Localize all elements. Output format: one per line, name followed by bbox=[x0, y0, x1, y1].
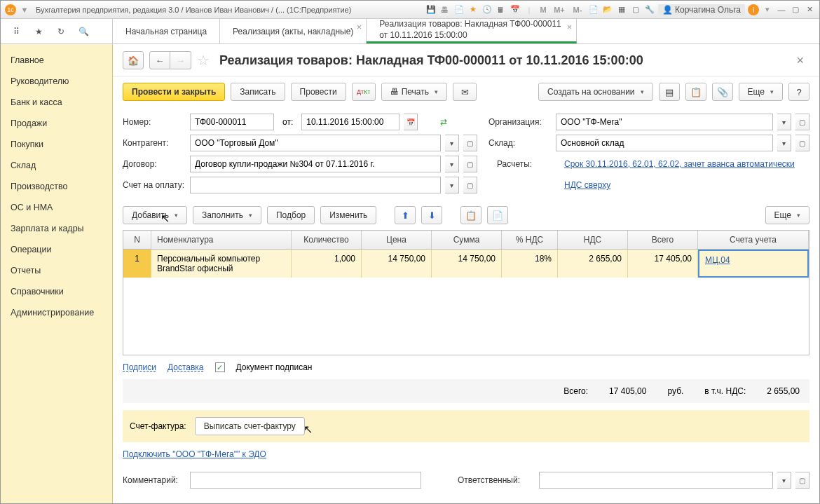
col-acc[interactable]: Счета учета bbox=[698, 231, 809, 249]
fill-button[interactable]: Заполнить bbox=[193, 206, 261, 224]
create-based-button[interactable]: Создать на основании bbox=[538, 83, 653, 101]
signed-checkbox[interactable]: ✓ bbox=[215, 362, 225, 372]
sidebar-item-salary[interactable]: Зарплата и кадры bbox=[1, 218, 112, 239]
col-nom[interactable]: Номенклатура bbox=[151, 231, 292, 249]
tab-home[interactable]: Начальная страница bbox=[113, 19, 220, 43]
col-sum[interactable]: Сумма bbox=[432, 231, 502, 249]
col-vat[interactable]: % НДС bbox=[502, 231, 558, 249]
m-plus-btn[interactable]: M+ bbox=[552, 4, 567, 15]
edo-link[interactable]: Подключить "ООО "ТФ-Мега"" к ЭДО bbox=[123, 449, 266, 459]
sidebar-item-assets[interactable]: ОС и НМА bbox=[1, 197, 112, 218]
close-icon[interactable]: × bbox=[567, 22, 573, 32]
favorite-icon[interactable]: ★ bbox=[32, 25, 46, 39]
tab-document[interactable]: Реализация товаров: Накладная ТФ00-00001… bbox=[367, 19, 577, 43]
col-vatamt[interactable]: НДС bbox=[558, 231, 628, 249]
col-total[interactable]: Всего bbox=[628, 231, 698, 249]
sidebar-item-production[interactable]: Производство bbox=[1, 176, 112, 197]
star-icon[interactable]: ☆ bbox=[197, 52, 210, 69]
cell-total[interactable]: 17 405,00 bbox=[628, 250, 698, 278]
invoice-order-input[interactable] bbox=[190, 177, 441, 193]
write-invoice-button[interactable]: Выписать счет-фактуру bbox=[195, 417, 305, 435]
save-button[interactable]: Записать bbox=[231, 83, 285, 101]
sidebar-item-admin[interactable]: Администрирование bbox=[1, 302, 112, 323]
sidebar-item-purchases[interactable]: Покупки bbox=[1, 134, 112, 155]
action2-button[interactable]: 📋 bbox=[685, 83, 706, 101]
open-icon[interactable]: ▢ bbox=[463, 156, 477, 172]
open-icon[interactable]: ▢ bbox=[795, 472, 809, 489]
calc-link[interactable]: Срок 30.11.2016, 62.01, 62.02, зачет ава… bbox=[564, 159, 809, 169]
table-row[interactable]: 1 Персональный компьютер BrandStar офисн… bbox=[123, 250, 809, 278]
signatures-link[interactable]: Подписи bbox=[123, 362, 156, 372]
tb-star-icon[interactable]: ★ bbox=[467, 4, 479, 15]
apps-icon[interactable]: ⠿ bbox=[9, 25, 23, 39]
close-window-icon[interactable]: ✕ bbox=[804, 4, 815, 15]
cell-sum[interactable]: 14 750,00 bbox=[432, 250, 502, 278]
user-badge[interactable]: 👤 Корчагина Ольга bbox=[658, 4, 745, 15]
minimize-icon[interactable]: — bbox=[776, 4, 787, 15]
open-icon[interactable]: ▢ bbox=[463, 177, 477, 193]
resp-input[interactable] bbox=[539, 472, 773, 489]
tb-tool-icon[interactable]: 🔧 bbox=[644, 4, 655, 15]
wh-input[interactable] bbox=[556, 135, 773, 151]
delivery-link[interactable]: Доставка bbox=[168, 362, 204, 372]
sidebar-item-main[interactable]: Главное bbox=[1, 50, 112, 71]
col-price[interactable]: Цена bbox=[362, 231, 432, 249]
mail-button[interactable]: ✉ bbox=[453, 83, 477, 101]
select-button[interactable]: Подбор bbox=[267, 206, 315, 224]
sidebar-item-refs[interactable]: Справочники bbox=[1, 281, 112, 302]
cell-vatamt[interactable]: 2 655,00 bbox=[558, 250, 628, 278]
tb-clock-icon[interactable]: 🕓 bbox=[481, 4, 493, 15]
contract-input[interactable] bbox=[190, 156, 441, 172]
org-input[interactable] bbox=[556, 114, 773, 130]
cell-vat[interactable]: 18% bbox=[502, 250, 558, 278]
print-button[interactable]: 🖶Печать bbox=[381, 83, 447, 101]
add-button[interactable]: Добавить bbox=[123, 206, 187, 224]
comment-input[interactable] bbox=[190, 472, 421, 489]
date-input[interactable] bbox=[301, 114, 399, 130]
m-minus-btn[interactable]: M- bbox=[570, 4, 585, 15]
back-button[interactable]: ← bbox=[149, 51, 170, 69]
history-icon[interactable]: ↻ bbox=[54, 25, 68, 39]
sidebar-item-operations[interactable]: Операции bbox=[1, 239, 112, 260]
open-icon[interactable]: ▢ bbox=[795, 114, 809, 130]
post-button[interactable]: Провести bbox=[291, 83, 346, 101]
dktkt-button[interactable]: ДтКт bbox=[352, 83, 376, 101]
col-n[interactable]: N bbox=[123, 231, 151, 249]
copy-button[interactable]: 📋 bbox=[460, 206, 481, 224]
search-icon[interactable]: 🔍 bbox=[76, 25, 90, 39]
dropdown-icon[interactable]: ▼ bbox=[19, 4, 30, 15]
more-button[interactable]: Еще bbox=[739, 83, 783, 101]
sidebar-item-reports[interactable]: Отчеты bbox=[1, 260, 112, 281]
close-doc-icon[interactable]: × bbox=[791, 53, 809, 68]
forward-button[interactable]: → bbox=[170, 51, 191, 69]
dd2-icon[interactable]: ▾ bbox=[762, 4, 773, 15]
table-more-button[interactable]: Еще bbox=[765, 206, 809, 224]
tb-cal-icon[interactable]: 📅 bbox=[510, 4, 521, 15]
contr-input[interactable] bbox=[190, 135, 441, 151]
up-button[interactable]: ⬆ bbox=[395, 206, 416, 224]
col-qty[interactable]: Количество bbox=[292, 231, 362, 249]
tb-print-icon[interactable]: 🖶 bbox=[439, 4, 451, 15]
calendar-icon[interactable]: 📅 bbox=[404, 114, 418, 130]
action1-button[interactable]: ▤ bbox=[659, 83, 680, 101]
sidebar-item-manager[interactable]: Руководителю bbox=[1, 71, 112, 92]
attach-button[interactable]: 📎 bbox=[712, 83, 733, 101]
cell-qty[interactable]: 1,000 bbox=[292, 250, 362, 278]
dropdown-icon[interactable]: ▾ bbox=[445, 156, 459, 172]
sidebar-item-sales[interactable]: Продажи bbox=[1, 113, 112, 134]
help-button[interactable]: ? bbox=[788, 83, 809, 101]
home-button[interactable]: 🏠 bbox=[123, 51, 144, 69]
tb-open-icon[interactable]: 📂 bbox=[602, 4, 613, 15]
down-button[interactable]: ⬇ bbox=[421, 206, 442, 224]
tb-doc-icon[interactable]: 📄 bbox=[453, 4, 465, 15]
paste-button[interactable]: 📄 bbox=[487, 206, 508, 224]
dropdown-icon[interactable]: ▾ bbox=[777, 472, 791, 489]
tb-new-icon[interactable]: 📄 bbox=[588, 4, 599, 15]
post-close-button[interactable]: Провести и закрыть bbox=[123, 83, 225, 101]
maximize-icon[interactable]: ▢ bbox=[790, 4, 801, 15]
sidebar-item-warehouse[interactable]: Склад bbox=[1, 155, 112, 176]
change-button[interactable]: Изменить bbox=[320, 206, 376, 224]
cell-price[interactable]: 14 750,00 bbox=[362, 250, 432, 278]
cell-acc[interactable]: МЦ.04 bbox=[698, 250, 809, 278]
dropdown-icon[interactable]: ▾ bbox=[445, 135, 459, 151]
